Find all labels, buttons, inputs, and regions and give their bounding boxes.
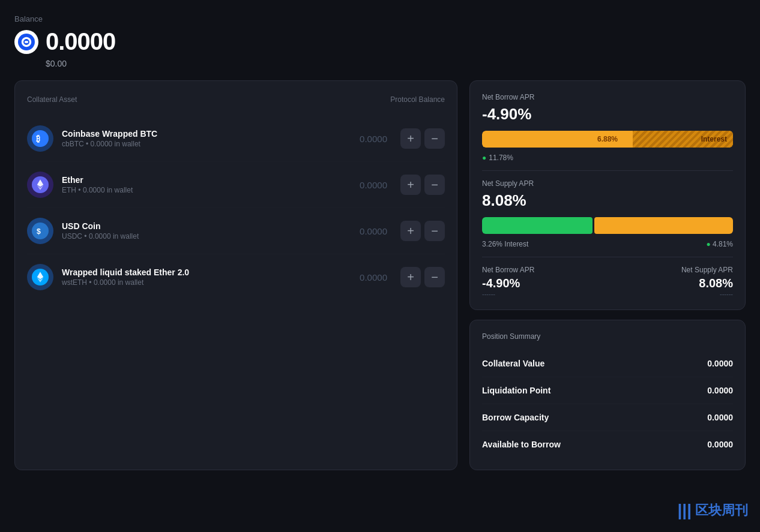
apr-col-supply: Net Supply APR 8.08% ------ bbox=[681, 266, 733, 297]
net-supply-apr-label: Net Supply APR bbox=[482, 179, 733, 188]
asset-sub-eth: ETH • 0.0000 in wallet bbox=[62, 186, 339, 194]
collateral-header-balance: Protocol Balance bbox=[390, 95, 445, 104]
svg-text:$: $ bbox=[37, 227, 41, 236]
summary-key-collateral: Collateral Value bbox=[482, 359, 544, 368]
apr-supply-col-label: Net Supply APR bbox=[681, 266, 733, 274]
dot-green-icon: ● bbox=[482, 154, 486, 162]
supply-bar-labels: 3.26% Interest ● 4.81% bbox=[482, 240, 733, 248]
borrow-info-pct: 11.78% bbox=[489, 154, 513, 162]
net-borrow-apr-label: Net Borrow APR bbox=[482, 93, 733, 101]
summary-row-collateral: Collateral Value 0.0000 bbox=[482, 350, 733, 377]
apr-borrow-col-sub: ------ bbox=[482, 290, 534, 297]
asset-balance-btc: 0.0000 bbox=[339, 134, 387, 144]
supply-apr-bar bbox=[482, 217, 733, 234]
apr-borrow-col-label: Net Borrow APR bbox=[482, 266, 534, 274]
apr-supply-col-value: 8.08% bbox=[681, 276, 733, 290]
supply-bar-green bbox=[482, 217, 593, 234]
add-wsteth-button[interactable]: + bbox=[400, 267, 421, 287]
borrow-bar-interest: Interest bbox=[701, 135, 727, 143]
remove-wsteth-button[interactable]: − bbox=[424, 267, 445, 287]
asset-sub-btc: cbBTC • 0.0000 in wallet bbox=[62, 140, 339, 148]
asset-sub-usdc: USDC • 0.0000 in wallet bbox=[62, 232, 339, 241]
asset-info-wsteth: Wrapped liquid staked Ether 2.0 wstETH •… bbox=[62, 267, 339, 287]
summary-value-borrow-capacity: 0.0000 bbox=[707, 413, 733, 422]
summary-value-liquidation: 0.0000 bbox=[707, 386, 733, 395]
asset-info-usdc: USD Coin USDC • 0.0000 in wallet bbox=[62, 221, 339, 241]
add-btc-button[interactable]: + bbox=[400, 128, 421, 149]
collateral-header: Collateral Asset Protocol Balance bbox=[27, 95, 445, 104]
net-supply-apr-value: 8.08% bbox=[482, 191, 733, 210]
summary-row-available-borrow: Available to Borrow 0.0000 bbox=[482, 431, 733, 458]
table-row: Wrapped liquid staked Ether 2.0 wstETH •… bbox=[27, 254, 445, 300]
asset-name-usdc: USD Coin bbox=[62, 221, 339, 231]
balance-amount: 0.0000 bbox=[46, 28, 115, 55]
dot-green-reward-icon: ● bbox=[706, 240, 710, 248]
add-usdc-button[interactable]: + bbox=[400, 221, 421, 241]
table-row: ₿ Coinbase Wrapped BTC cbBTC • 0.0000 in… bbox=[27, 116, 445, 162]
asset-balance-wsteth: 0.0000 bbox=[339, 272, 387, 282]
supply-interest-label: 3.26% Interest bbox=[482, 240, 528, 248]
wsteth-icon bbox=[27, 264, 53, 290]
apr-supply-col-sub: ------ bbox=[681, 290, 733, 297]
summary-row-liquidation: Liquidation Point 0.0000 bbox=[482, 377, 733, 404]
summary-key-borrow-capacity: Borrow Capacity bbox=[482, 413, 549, 422]
eth-icon bbox=[27, 172, 53, 198]
btc-icon: ₿ bbox=[27, 125, 53, 152]
asset-name-wsteth: Wrapped liquid staked Ether 2.0 bbox=[62, 267, 339, 277]
summary-row-borrow-capacity: Borrow Capacity 0.0000 bbox=[482, 404, 733, 431]
summary-key-liquidation: Liquidation Point bbox=[482, 386, 550, 395]
position-summary-card: Position Summary Collateral Value 0.0000… bbox=[469, 320, 746, 470]
asset-sub-wsteth: wstETH • 0.0000 in wallet bbox=[62, 278, 339, 287]
remove-usdc-button[interactable]: − bbox=[424, 221, 445, 241]
usdc-icon: $ bbox=[27, 218, 53, 244]
summary-value-available-borrow: 0.0000 bbox=[707, 440, 733, 449]
add-eth-button[interactable]: + bbox=[400, 175, 421, 195]
apr-card: Net Borrow APR -4.90% 6.88% Interest ● 1… bbox=[469, 80, 746, 310]
watermark-text: 区块周刊 bbox=[695, 501, 748, 519]
right-panel: Net Borrow APR -4.90% 6.88% Interest ● 1… bbox=[469, 80, 746, 470]
position-section-label: Position Summary bbox=[482, 332, 733, 341]
svg-rect-1 bbox=[25, 41, 28, 43]
app-logo bbox=[14, 30, 38, 54]
svg-point-2 bbox=[32, 130, 49, 147]
summary-key-available-borrow: Available to Borrow bbox=[482, 440, 561, 449]
net-borrow-apr-section: Net Borrow APR -4.90% 6.88% Interest ● 1… bbox=[482, 93, 733, 162]
supply-reward-pct: ● 4.81% bbox=[706, 240, 733, 248]
balance-label: Balance bbox=[14, 14, 746, 23]
summary-value-collateral: 0.0000 bbox=[707, 359, 733, 368]
apr-summary-row: Net Borrow APR -4.90% ------ Net Supply … bbox=[482, 266, 733, 297]
collateral-header-asset: Collateral Asset bbox=[27, 95, 77, 104]
divider-1 bbox=[482, 170, 733, 171]
table-row: $ USD Coin USDC • 0.0000 in wallet 0.000… bbox=[27, 208, 445, 254]
borrow-bar-pct: 6.88% bbox=[597, 135, 618, 143]
svg-text:₿: ₿ bbox=[36, 134, 40, 143]
borrow-apr-info: ● 11.78% bbox=[482, 154, 733, 162]
net-borrow-apr-value: -4.90% bbox=[482, 105, 733, 124]
balance-usd: $0.00 bbox=[46, 59, 746, 68]
asset-name-eth: Ether bbox=[62, 175, 339, 185]
asset-info-btc: Coinbase Wrapped BTC cbBTC • 0.0000 in w… bbox=[62, 129, 339, 148]
remove-eth-button[interactable]: − bbox=[424, 175, 445, 195]
remove-btc-button[interactable]: − bbox=[424, 128, 445, 149]
borrow-apr-bar: 6.88% Interest bbox=[482, 131, 733, 148]
watermark: ||| 区块周刊 bbox=[677, 501, 748, 520]
divider-2 bbox=[482, 257, 733, 257]
asset-name-btc: Coinbase Wrapped BTC bbox=[62, 129, 339, 139]
supply-bar-orange bbox=[594, 217, 733, 234]
apr-borrow-col-value: -4.90% bbox=[482, 276, 534, 290]
net-supply-apr-section: Net Supply APR 8.08% 3.26% Interest ● 4.… bbox=[482, 179, 733, 248]
apr-col-borrow: Net Borrow APR -4.90% ------ bbox=[482, 266, 534, 297]
asset-balance-eth: 0.0000 bbox=[339, 180, 387, 190]
asset-balance-usdc: 0.0000 bbox=[339, 226, 387, 236]
asset-info-eth: Ether ETH • 0.0000 in wallet bbox=[62, 175, 339, 194]
table-row: Ether ETH • 0.0000 in wallet 0.0000 + − bbox=[27, 162, 445, 208]
watermark-logo-icon: ||| bbox=[677, 501, 692, 520]
collateral-card: Collateral Asset Protocol Balance ₿ Coin… bbox=[14, 80, 457, 470]
